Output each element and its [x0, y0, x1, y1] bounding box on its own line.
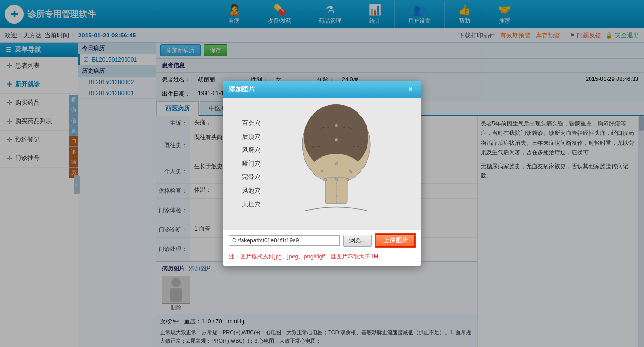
- acupoint-3: 哑门穴: [242, 157, 260, 171]
- browse-button[interactable]: 浏览...: [343, 235, 372, 247]
- acupoint-1: 后顶穴: [242, 130, 260, 144]
- acupoints-list: 百会穴 后顶穴 风府穴 哑门穴 完骨穴 风池穴 天柱穴: [242, 116, 260, 211]
- svg-point-9: [335, 178, 338, 181]
- svg-point-10: [335, 162, 338, 165]
- svg-point-12: [349, 170, 352, 173]
- acupoint-5: 风池穴: [242, 184, 260, 198]
- modal-title: 添加图片: [229, 85, 255, 94]
- modal-box: 添加图片 × 百会穴 后顶穴 风府穴 哑门穴 完骨穴 风池穴 天柱穴: [223, 81, 421, 266]
- modal-overlay: 添加图片 × 百会穴 后顶穴 风府穴 哑门穴 完骨穴 风池穴 天柱穴: [0, 0, 644, 347]
- acupoint-6: 天柱穴: [242, 198, 260, 212]
- modal-image-area: 百会穴 后顶穴 风府穴 哑门穴 完骨穴 风池穴 天柱穴: [223, 98, 421, 230]
- head-svg: [291, 102, 381, 225]
- modal-note: 注：图片格式支持jpg、jpeg、png和gif，且图片不能大于1M。: [223, 251, 421, 266]
- file-path-input[interactable]: [229, 235, 340, 246]
- acupoint-0: 百会穴: [242, 116, 260, 130]
- head-image: [291, 102, 381, 226]
- modal-close-button[interactable]: ×: [406, 85, 415, 94]
- svg-point-11: [321, 170, 323, 173]
- modal-file-row: 浏览... 上传图片: [223, 230, 421, 251]
- svg-point-13: [324, 178, 327, 181]
- acupoint-4: 完骨穴: [242, 170, 260, 184]
- svg-point-7: [335, 124, 338, 127]
- svg-point-14: [346, 178, 349, 181]
- modal-title-bar: 添加图片 ×: [223, 81, 421, 98]
- acupoint-2: 风府穴: [242, 143, 260, 157]
- svg-point-8: [335, 138, 338, 141]
- upload-button[interactable]: 上传图片: [376, 234, 415, 247]
